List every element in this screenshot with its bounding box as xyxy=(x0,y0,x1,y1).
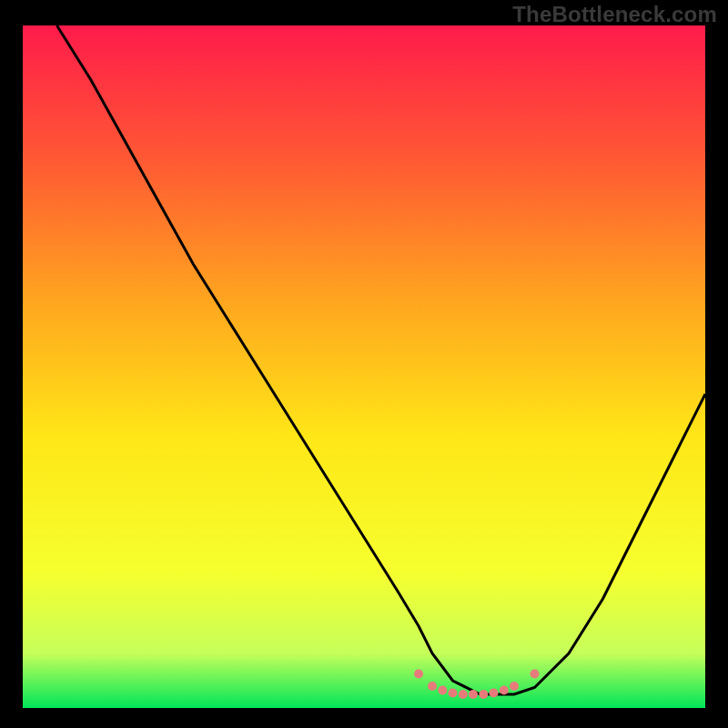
optimal-zone-dot xyxy=(469,690,478,699)
optimal-zone-dot xyxy=(438,686,447,695)
bottleneck-chart xyxy=(0,0,728,728)
watermark-text: TheBottleneck.com xyxy=(512,2,717,27)
optimal-zone-dot xyxy=(459,690,468,699)
optimal-zone-dot xyxy=(531,670,540,679)
frame-left xyxy=(0,0,23,728)
frame-right xyxy=(705,0,728,728)
plot-background xyxy=(23,25,705,708)
optimal-zone-dot xyxy=(428,682,437,691)
chart-container: { "watermark": "TheBottleneck.com", "cha… xyxy=(0,0,728,728)
optimal-zone-dot xyxy=(500,686,509,695)
optimal-zone-dot xyxy=(414,670,423,679)
optimal-zone-dot xyxy=(490,689,499,698)
optimal-zone-dot xyxy=(479,690,488,699)
optimal-zone-dot xyxy=(510,682,519,691)
optimal-zone-dot xyxy=(449,689,458,698)
frame-bottom xyxy=(0,708,728,728)
